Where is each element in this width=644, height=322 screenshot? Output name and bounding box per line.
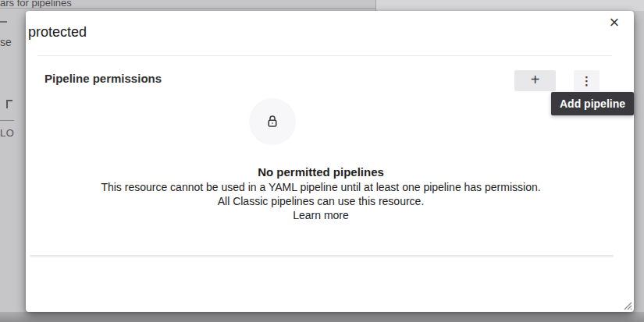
close-icon: × [610, 14, 620, 31]
content-bottom-divider [30, 255, 614, 257]
empty-state-description-line-1: This resource cannot be used in a YAML p… [26, 180, 616, 194]
plus-icon: + [531, 71, 540, 89]
background-text-fragment: LO [0, 127, 14, 139]
header-divider [37, 55, 612, 56]
background-glyph-fragment [6, 100, 12, 108]
kebab-icon: ⋮ [581, 74, 592, 88]
learn-more-link[interactable]: Learn more [293, 208, 349, 222]
background-panel [376, 0, 644, 11]
empty-state-title: No permitted pipelines [26, 165, 616, 179]
section-heading: Pipeline permissions [44, 72, 162, 85]
overlay-shadow-strip [0, 312, 644, 322]
close-button[interactable]: × [603, 12, 625, 34]
empty-state: No permitted pipelines This resource can… [26, 165, 616, 222]
pipeline-permissions-dialog: protected × Pipeline permissions + ⋮ Add… [26, 11, 634, 312]
background-line-fragment [0, 21, 7, 23]
background-divider [0, 8, 375, 9]
background-divider-fragment [0, 120, 14, 121]
add-pipeline-tooltip: Add pipeline [551, 92, 634, 115]
add-pipeline-button[interactable]: + [514, 70, 556, 91]
more-options-button[interactable]: ⋮ [574, 70, 600, 91]
empty-state-icon-circle [249, 98, 296, 145]
lock-icon [264, 113, 281, 130]
resize-handle-icon[interactable] [622, 300, 632, 310]
dialog-title: protected [28, 23, 87, 41]
empty-state-description-line-2: All Classic pipelines can use this resou… [26, 194, 616, 208]
background-text-fragment: se [0, 36, 12, 48]
screen: ars for pipelines se LO protected × Pipe… [0, 0, 644, 322]
